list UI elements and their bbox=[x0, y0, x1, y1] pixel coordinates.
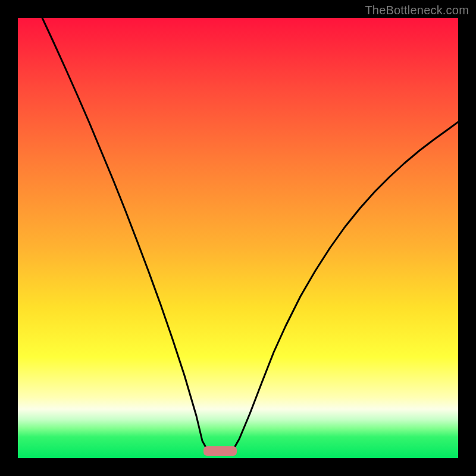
curve-right-branch bbox=[232, 122, 458, 452]
bottleneck-marker bbox=[203, 446, 237, 456]
bottleneck-curve bbox=[18, 18, 458, 458]
watermark-text: TheBottleneck.com bbox=[365, 4, 469, 17]
plot-area bbox=[18, 18, 458, 458]
chart-frame: TheBottleneck.com bbox=[0, 0, 476, 476]
curve-left-branch bbox=[42, 18, 208, 452]
